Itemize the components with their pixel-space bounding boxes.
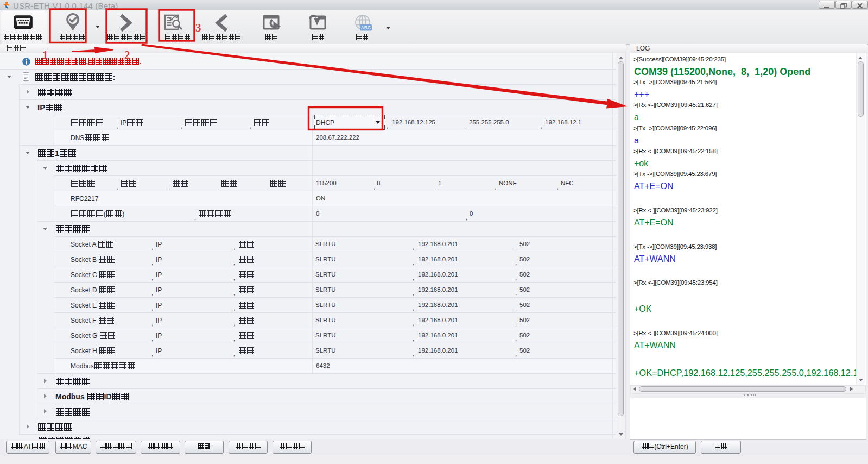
svg-text:ABC: ABC <box>361 25 371 30</box>
